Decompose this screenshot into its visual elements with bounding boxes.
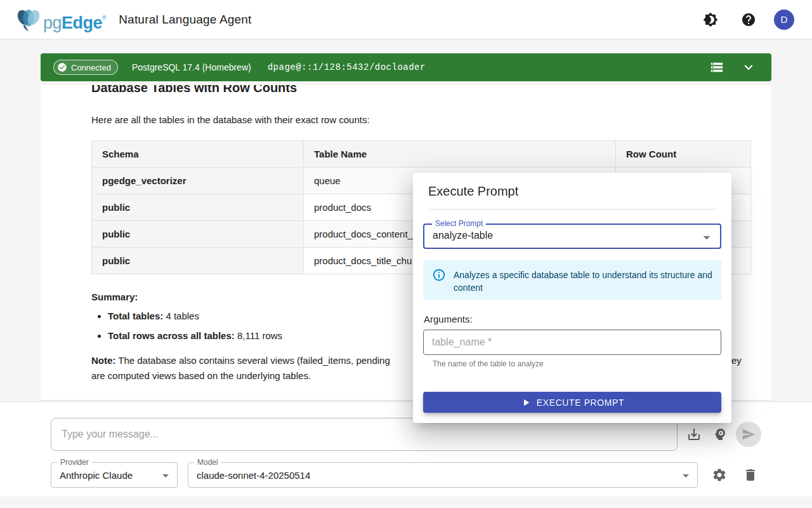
column-header-schema: Schema [92,141,304,168]
prompt-select-value: analyze-table [433,230,493,241]
model-select-label: Model [194,458,221,467]
chevron-down-icon [698,229,715,246]
message-intro: Here are all the tables in the database … [91,113,751,126]
execute-prompt-button[interactable]: EXECUTE PROMPT [423,392,721,413]
chevron-down-icon [158,468,173,483]
server-version-label: PostgreSQL 17.4 (Homebrew) [132,62,251,72]
note-fragment: ey [731,353,742,368]
table-header-row: Schema Table Name Row Count [92,141,751,168]
database-list-icon [710,60,724,74]
cell-schema: pgedge_vectorizer [92,168,304,194]
send-button[interactable] [736,422,761,447]
column-header-table-name: Table Name [304,141,616,168]
dialog-divider [428,209,716,210]
connection-collapse-button[interactable] [738,57,759,77]
download-button[interactable] [686,427,702,442]
connection-status-label: Connected [71,63,111,72]
provider-select[interactable]: Provider Anthropic Claude [51,462,178,488]
settings-button[interactable] [712,467,727,483]
connection-dsn: dpage@::1/128:5432/docloader [268,62,426,72]
connection-bar: Connected PostgreSQL 17.4 (Homebrew) dpa… [41,53,771,81]
send-icon [742,427,756,441]
table-name-input[interactable] [423,330,721,355]
trash-icon [743,467,758,483]
cell-schema: public [92,248,304,274]
theme-icon [703,12,718,27]
pgedge-logo-icon [15,7,42,32]
arguments-label: Arguments: [424,314,473,324]
user-avatar[interactable]: D [774,10,794,30]
prompt-description: Analyzes a specific database table to un… [454,267,712,293]
dialog-title: Execute Prompt [428,184,518,199]
help-icon [741,12,756,27]
model-select-value: claude-sonnet-4-20250514 [197,470,310,481]
chevron-down-icon [740,59,757,76]
cell-schema: public [92,194,304,221]
theme-toggle-button[interactable] [698,7,723,32]
column-header-row-count: Row Count [616,141,751,168]
execute-prompt-dialog: Execute Prompt Select Prompt analyze-tab… [413,173,731,423]
prompt-select[interactable]: Select Prompt analyze-table [423,224,721,249]
chevron-down-icon [678,468,693,483]
prompt-select-label: Select Prompt [432,219,486,228]
execute-prompt-button-label: EXECUTE PROMPT [537,398,624,408]
thinking-mode-button[interactable] [712,427,728,442]
psychology-icon [712,427,728,442]
database-list-button[interactable] [707,57,727,77]
provider-select-value: Anthropic Claude [60,470,133,481]
pgedge-logo: pgEdge® [15,7,106,32]
pgedge-logo-text: pgEdge® [43,8,106,32]
play-icon [520,397,532,408]
download-icon [686,427,702,442]
info-icon [432,267,446,293]
clear-chat-button[interactable] [743,467,758,483]
check-icon [57,62,67,72]
page-title: Natural Language Agent [119,13,251,27]
prompt-info-alert: Analyzes a specific database table to un… [423,260,721,300]
app-header: pgEdge® Natural Language Agent D [0,0,812,39]
help-button[interactable] [736,7,761,32]
cell-schema: public [92,221,304,248]
message-heading: Database Tables with Row Counts [91,85,751,97]
table-name-helper-text: The name of the table to analyze [433,359,544,368]
gear-icon [712,467,727,483]
connection-status-badge: Connected [53,60,118,75]
provider-select-label: Provider [57,458,92,467]
model-select[interactable]: Model claude-sonnet-4-20250514 [188,462,698,488]
